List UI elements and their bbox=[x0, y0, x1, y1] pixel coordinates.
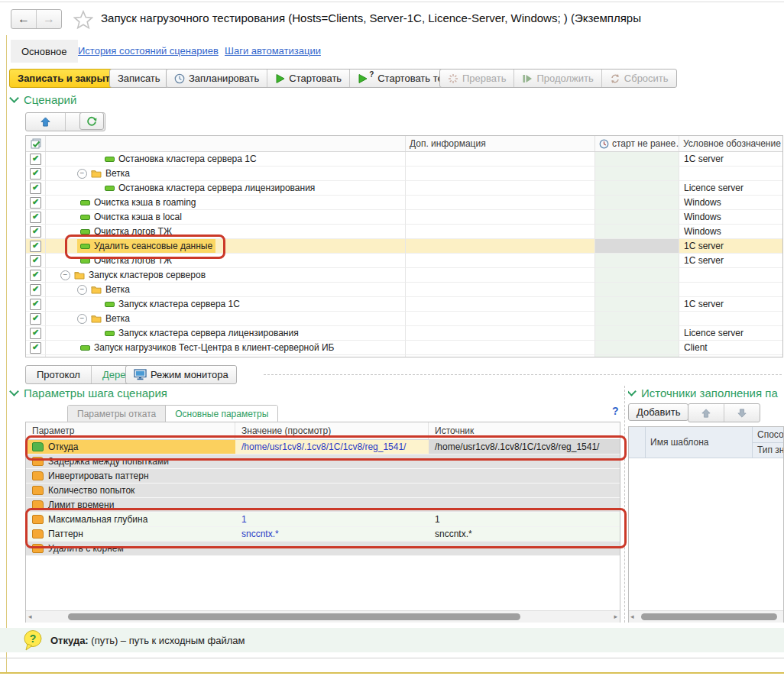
param-value-cell[interactable] bbox=[235, 484, 429, 497]
param-source-cell[interactable] bbox=[429, 542, 620, 555]
params-horizontal-scrollbar[interactable]: ◂ ▸ bbox=[26, 610, 620, 623]
row-checkbox-checked[interactable]: ✔ bbox=[30, 284, 41, 296]
scenario-row[interactable]: ✔Очистка логов ТЖWindows bbox=[26, 225, 782, 239]
scenario-row[interactable]: ✔Очистка логов ТЖ1C server bbox=[26, 254, 782, 268]
scroll-right-icon[interactable]: ▸ bbox=[614, 613, 617, 620]
scenario-row[interactable]: ✔−Ветка bbox=[26, 283, 782, 297]
param-value-cell[interactable] bbox=[235, 498, 429, 512]
param-value-cell[interactable]: 1 bbox=[235, 513, 429, 526]
resume-button[interactable]: Продолжить bbox=[513, 70, 601, 87]
param-source-cell[interactable] bbox=[429, 484, 620, 497]
row-checkbox-checked[interactable]: ✔ bbox=[30, 299, 41, 310]
param-row[interactable]: Максимальная глубина11 bbox=[26, 513, 620, 527]
step-name-cell[interactable]: Остановка кластера сервера 1С bbox=[46, 152, 406, 167]
row-checkbox-checked[interactable]: ✔ bbox=[30, 342, 41, 354]
params-help-link[interactable]: ? bbox=[612, 405, 619, 417]
step-name-cell[interactable]: −Запуск кластеров серверов bbox=[46, 268, 406, 283]
link-scenario-history[interactable]: История состояний сценариев bbox=[78, 45, 219, 57]
favorite-star-icon[interactable] bbox=[73, 10, 93, 30]
sources-horizontal-scrollbar[interactable]: ◂ bbox=[629, 610, 783, 623]
row-checkbox-checked[interactable]: ✔ bbox=[30, 226, 41, 238]
scenario-row[interactable]: ✔Очистка кэша в localWindows bbox=[26, 210, 782, 225]
param-value-cell[interactable]: snccntx.* bbox=[235, 527, 429, 541]
param-value-cell[interactable] bbox=[235, 542, 429, 555]
scenario-row[interactable]: ✔Запуск кластера сервера 1С1C server bbox=[26, 297, 782, 312]
param-source-cell[interactable]: 1 bbox=[429, 513, 620, 526]
scenario-row[interactable]: ✔−Запуск кластеров серверов bbox=[26, 268, 782, 283]
step-name-cell[interactable]: Запуск нагрузчиков Тест-Центра в файлово… bbox=[46, 355, 406, 357]
step-name-cell[interactable]: −Ветка bbox=[46, 312, 406, 326]
schedule-button[interactable]: Запланировать bbox=[167, 70, 267, 87]
scenario-row[interactable]: ✔Остановка кластера сервера 1С1C server bbox=[26, 152, 782, 167]
param-name-cell[interactable]: Паттерн bbox=[26, 527, 235, 541]
link-automation-steps[interactable]: Шаги автоматизации bbox=[225, 45, 321, 57]
refresh-button[interactable] bbox=[79, 112, 104, 130]
scenario-row[interactable]: ✔Запуск нагрузчиков Тест-Центра в клиент… bbox=[26, 341, 782, 355]
step-name-cell[interactable]: Удалить сеансовые данные bbox=[46, 239, 406, 254]
param-value-cell[interactable] bbox=[235, 454, 429, 468]
vertical-splitter[interactable] bbox=[624, 386, 625, 623]
select-all-cell[interactable] bbox=[26, 136, 46, 151]
row-checkbox-checked[interactable]: ✔ bbox=[30, 357, 41, 358]
collapse-minus-icon[interactable]: − bbox=[77, 285, 87, 295]
start-button[interactable]: Стартовать bbox=[267, 70, 349, 87]
param-name-cell[interactable]: Задержка между попытками bbox=[26, 454, 235, 468]
param-value-cell[interactable]: /home/usr1cv8/.1cv8/1C/1cv8/reg_1541/ bbox=[235, 440, 429, 454]
row-checkbox-checked[interactable]: ✔ bbox=[30, 328, 41, 339]
row-checkbox-checked[interactable]: ✔ bbox=[30, 241, 41, 252]
scenario-row[interactable]: ✔−Ветка bbox=[26, 167, 782, 181]
scenario-row[interactable]: ✔Запуск кластера сервера лицензированияL… bbox=[26, 326, 782, 341]
step-name-cell[interactable]: −Ветка bbox=[46, 167, 406, 181]
back-button[interactable]: ← bbox=[11, 10, 37, 28]
save-button[interactable]: Записать bbox=[109, 69, 169, 88]
step-name-cell[interactable]: Остановка кластера сервера лицензировани… bbox=[46, 181, 406, 196]
param-source-cell[interactable]: /home/usr1cv8/.1cv8/1C/1cv8/reg_1541/ bbox=[429, 440, 620, 454]
abort-button[interactable]: Прервать bbox=[440, 70, 513, 87]
step-name-cell[interactable]: Запуск кластера сервера 1С bbox=[46, 297, 406, 312]
scroll-left-icon[interactable]: ◂ bbox=[28, 613, 32, 620]
step-name-cell[interactable]: Запуск кластера сервера лицензирования bbox=[46, 326, 406, 341]
param-source-cell[interactable]: snccntx.* bbox=[429, 527, 620, 541]
scenario-row[interactable]: ✔Очистка кэша в roamingWindows bbox=[26, 196, 782, 210]
column-fill-method[interactable]: Способ з bbox=[753, 427, 784, 443]
column-value-type[interactable]: Тип знач bbox=[753, 443, 784, 459]
param-name-cell[interactable]: Инвертировать паттерн bbox=[26, 469, 235, 483]
step-name-cell[interactable]: Очистка логов ТЖ bbox=[46, 225, 406, 239]
param-name-cell[interactable]: Максимальная глубина bbox=[26, 513, 235, 526]
param-row[interactable]: Лимит времени bbox=[26, 498, 620, 513]
column-symbol[interactable]: Условное обозначение ед bbox=[679, 136, 783, 151]
param-row[interactable]: Инвертировать паттерн bbox=[26, 469, 620, 484]
row-checkbox-checked[interactable]: ✔ bbox=[30, 197, 41, 209]
row-checkbox-checked[interactable]: ✔ bbox=[30, 183, 41, 194]
row-checkbox-checked[interactable]: ✔ bbox=[30, 255, 41, 267]
column-start-not-before[interactable]: старт не ранее… bbox=[595, 136, 679, 151]
step-params-section-header[interactable]: Параметры шага сценария bbox=[11, 387, 167, 399]
step-name-cell[interactable]: Запуск нагрузчиков Тест-Центра в клиент-… bbox=[46, 341, 406, 355]
param-row[interactable]: Паттернsnccntx.*snccntx.* bbox=[26, 527, 620, 542]
horizontal-splitter[interactable] bbox=[264, 374, 782, 375]
param-value-cell[interactable] bbox=[235, 469, 429, 483]
row-checkbox-checked[interactable]: ✔ bbox=[30, 313, 41, 325]
param-row[interactable]: Удалить с корнем bbox=[26, 542, 620, 556]
column-template-name[interactable]: Имя шаблона bbox=[646, 427, 753, 458]
param-source-cell[interactable] bbox=[429, 498, 620, 512]
collapse-minus-icon[interactable]: − bbox=[77, 169, 87, 179]
tab-protocol[interactable]: Протокол bbox=[26, 366, 91, 383]
param-name-cell[interactable]: Лимит времени bbox=[26, 498, 235, 512]
param-source-cell[interactable] bbox=[429, 454, 620, 468]
save-and-close-button[interactable]: Записать и закрыть bbox=[9, 69, 125, 88]
scroll-left-icon[interactable]: ◂ bbox=[630, 613, 634, 620]
scenario-section-header[interactable]: Сценарий bbox=[11, 93, 76, 106]
monitor-mode-button[interactable]: Режим монитора bbox=[125, 365, 237, 384]
step-name-cell[interactable]: Очистка кэша в roaming bbox=[46, 196, 406, 210]
scenario-row[interactable]: ✔Запуск нагрузчиков Тест-Центра в файлов… bbox=[26, 355, 782, 357]
scenario-row[interactable]: ✔Удалить сеансовые данные1C server bbox=[26, 239, 782, 254]
forward-button[interactable]: → bbox=[37, 10, 61, 28]
reset-button[interactable]: Сбросить bbox=[601, 70, 676, 87]
row-checkbox-checked[interactable]: ✔ bbox=[30, 270, 41, 281]
scenario-row[interactable]: ✔Остановка кластера сервера лицензирован… bbox=[26, 181, 782, 196]
fill-sources-section-header[interactable]: Источники заполнения па bbox=[628, 387, 784, 399]
tab-main-params[interactable]: Основные параметры bbox=[166, 406, 277, 422]
row-checkbox-checked[interactable]: ✔ bbox=[30, 154, 41, 165]
step-name-cell[interactable]: Очистка кэша в local bbox=[46, 210, 406, 225]
